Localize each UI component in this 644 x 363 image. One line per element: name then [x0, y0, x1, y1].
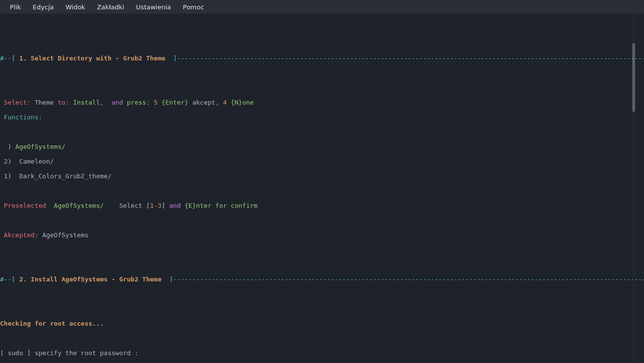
- menu-pomoc[interactable]: Pomoc: [177, 1, 210, 13]
- menu-zakladki[interactable]: Zakładki: [91, 1, 130, 13]
- blank-line: [0, 40, 644, 47]
- section-header-1: #--[ 1. Select Directory with - Grub2 Th…: [0, 55, 644, 62]
- theme-option-2: 1) Dark_Colors_Grub2_theme/: [0, 172, 644, 180]
- terminal-output[interactable]: #--[ 1. Select Directory with - Grub2 Th…: [0, 14, 644, 363]
- blank-line: [0, 335, 644, 342]
- select-line: Select: Theme to: Install, and press: 5 …: [0, 99, 644, 106]
- blank-line: [0, 217, 644, 224]
- preselected-line: Preselected AgeOfSystems/ Select [1-3] a…: [0, 202, 644, 209]
- scrollbar-thumb[interactable]: [632, 43, 635, 112]
- blank-line: [0, 261, 644, 268]
- blank-line: [0, 69, 644, 77]
- menubar: Plik Edycja Widok Zakładki Ustawienia Po…: [0, 0, 644, 14]
- blank-line: [0, 25, 644, 32]
- menu-widok[interactable]: Widok: [59, 1, 91, 13]
- sudo-specify: [ sudo ] specify the root password :: [0, 349, 644, 357]
- checking-root-1: Checking for root access...: [0, 320, 644, 327]
- theme-option-0: ) AgeOfSystems/: [0, 143, 644, 150]
- section-header-2: #--[ 2. Install AgeOfSystems - Grub2 The…: [0, 276, 644, 283]
- menu-edycja[interactable]: Edycja: [27, 1, 60, 13]
- akcepted-line: Akcepted: AgeOfSystems: [0, 231, 644, 239]
- blank-line: [0, 187, 644, 195]
- blank-line: [0, 84, 644, 91]
- functions-line: Functions:: [0, 113, 644, 121]
- menu-plik[interactable]: Plik: [4, 1, 27, 13]
- blank-line: [0, 128, 644, 136]
- blank-line: [0, 305, 644, 312]
- scrollbar[interactable]: [632, 14, 635, 363]
- blank-line: [0, 246, 644, 253]
- theme-option-1: 2) Cameleon/: [0, 158, 644, 165]
- blank-line: [0, 290, 644, 298]
- menu-ustawienia[interactable]: Ustawienia: [130, 1, 177, 13]
